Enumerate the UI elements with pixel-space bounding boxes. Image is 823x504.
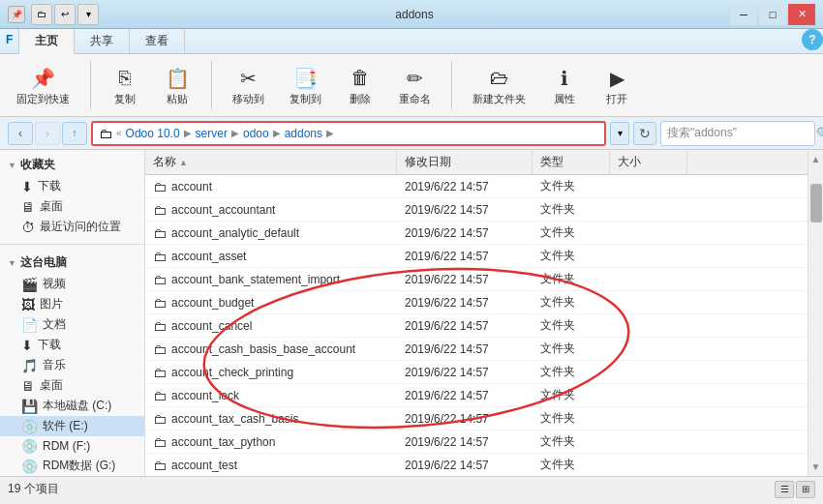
ribbon-tab-home[interactable]: 主页 — [19, 29, 75, 54]
file-type: 文件夹 — [533, 175, 610, 197]
file-name-cell: 🗀account_analytic_default — [145, 222, 397, 244]
move-to-btn[interactable]: ✂ 移动到 — [224, 60, 273, 111]
sidebar-item-docs[interactable]: 📄 文档 — [0, 314, 144, 335]
file-name-cell: 🗀account_tax_python — [145, 431, 397, 453]
file-name: account_analytic_default — [171, 226, 299, 240]
sidebar-item-downloads2[interactable]: ⬇ 下载 — [0, 335, 144, 355]
file-name-cell: 🗀account_lock — [145, 385, 397, 406]
col-header-type[interactable]: 类型 — [533, 150, 610, 174]
minimize-button[interactable]: ─ — [730, 4, 757, 25]
table-row[interactable]: 🗀account_test2019/6/22 14:57文件夹 — [145, 454, 808, 476]
path-odoo[interactable]: Odoo 10.0 — [126, 127, 180, 140]
rename-btn[interactable]: ✏ 重命名 — [390, 60, 440, 111]
sidebar-item-video[interactable]: 🎬 视频 — [0, 274, 144, 294]
sidebar-divider-1 — [0, 244, 144, 245]
path-odoo2[interactable]: odoo — [243, 127, 269, 140]
folder-icon: 🗀 — [153, 179, 167, 194]
table-row[interactable]: 🗀account_cash_basis_base_account2019/6/2… — [145, 338, 808, 361]
file-date: 2019/6/22 14:57 — [397, 340, 533, 359]
copy-to-btn[interactable]: 📑 复制到 — [281, 60, 330, 111]
path-server[interactable]: server — [196, 127, 228, 140]
pin-to-quickaccess-btn[interactable]: 📌 固定到快速 — [8, 60, 78, 111]
table-row[interactable]: 🗀account_tax_python2019/6/22 14:57文件夹 — [145, 430, 808, 454]
pin-icon: 📌 — [30, 65, 57, 92]
back-button[interactable]: ‹ — [8, 122, 33, 145]
quick-access-toolbar: 🗀 ↩ ▾ — [31, 4, 99, 25]
sidebar-header-favorites[interactable]: ▼ 收藏夹 — [0, 154, 144, 176]
path-addons[interactable]: addons — [285, 127, 322, 140]
paste-btn[interactable]: 📋 粘贴 — [155, 60, 199, 111]
table-row[interactable]: 🗀account2019/6/22 14:57文件夹 — [145, 175, 808, 198]
search-input[interactable] — [667, 127, 812, 140]
delete-label: 删除 — [350, 92, 371, 106]
sidebar-drivec-label: 本地磁盘 (C:) — [43, 398, 111, 414]
refresh-button[interactable]: ↻ — [633, 122, 656, 145]
nav-arrows: ‹ › ↑ — [8, 122, 87, 145]
sidebar-downloads2-label: 下载 — [38, 337, 61, 353]
delete-btn[interactable]: 🗑 删除 — [338, 60, 382, 111]
search-icon: 🔍 — [816, 127, 823, 140]
sidebar-item-pictures[interactable]: 🖼 图片 — [0, 294, 144, 314]
sidebar-item-drive-c[interactable]: 💾 本地磁盘 (C:) — [0, 396, 144, 416]
copy-btn[interactable]: ⎘ 复制 — [103, 60, 147, 111]
scrollbar-thumb[interactable] — [810, 184, 822, 222]
file-name-cell: 🗀account_bank_statement_import — [145, 269, 397, 290]
help-button[interactable]: ? — [802, 29, 823, 50]
close-button[interactable]: ✕ — [788, 4, 815, 25]
properties-btn[interactable]: ℹ 属性 — [542, 60, 587, 111]
qa-btn-1[interactable]: 🗀 — [31, 4, 52, 25]
table-row[interactable]: 🗀account_asset2019/6/22 14:57文件夹 — [145, 245, 808, 268]
col-header-size[interactable]: 大小 — [610, 150, 687, 174]
forward-button[interactable]: › — [35, 122, 60, 145]
col-header-name[interactable]: 名称 ▲ — [145, 150, 397, 174]
address-dropdown[interactable]: ▾ — [610, 122, 629, 145]
drive-icon: 💾 — [21, 399, 38, 414]
open-btn[interactable]: ▶ 打开 — [594, 60, 639, 111]
favorites-arrow: ▼ — [8, 161, 16, 170]
maximize-button[interactable]: □ — [759, 4, 786, 25]
table-row[interactable]: 🗀account_analytic_default2019/6/22 14:57… — [145, 222, 808, 245]
sidebar-item-desktop1[interactable]: 🖥 桌面 — [0, 196, 144, 217]
sidebar-driveg-label: RDM数据 (G:) — [43, 458, 115, 474]
table-row[interactable]: 🗀account_cancel2019/6/22 14:57文件夹 — [145, 314, 808, 338]
address-bar[interactable]: 🗀 « Odoo 10.0 ▶ server ▶ odoo ▶ addons ▶ — [91, 121, 606, 146]
details-view-btn[interactable]: ☰ — [775, 481, 794, 498]
table-row[interactable]: 🗀account_lock2019/6/22 14:57文件夹 — [145, 384, 808, 407]
file-date: 2019/6/22 14:57 — [397, 363, 533, 382]
folder-icon: 🗀 — [153, 225, 167, 241]
up-button[interactable]: ↑ — [62, 122, 87, 145]
table-row[interactable]: 🗀account_tax_cash_basis2019/6/22 14:57文件… — [145, 407, 808, 430]
sidebar-item-music[interactable]: 🎵 音乐 — [0, 355, 144, 375]
ribbon-tab-share[interactable]: 共享 — [75, 29, 130, 53]
sidebar-item-recent[interactable]: ⏱ 最近访问的位置 — [0, 217, 144, 237]
folder-icon: 🗀 — [153, 295, 167, 311]
col-header-date[interactable]: 修改日期 — [397, 150, 533, 174]
qa-btn-2[interactable]: ↩ — [54, 4, 76, 25]
sidebar-item-drive-e[interactable]: 💿 软件 (E:) — [0, 416, 144, 436]
sidebar-item-drive-g[interactable]: 💿 RDM数据 (G:) — [0, 456, 144, 476]
sidebar-item-drive-f[interactable]: 💿 RDM (F:) — [0, 436, 144, 456]
open-label: 打开 — [606, 92, 627, 106]
ribbon-tab-view[interactable]: 查看 — [130, 29, 185, 53]
file-name-cell: 🗀account_asset — [145, 246, 397, 267]
scrollbar[interactable]: ▲ ▼ — [808, 150, 823, 476]
tiles-view-btn[interactable]: ⊞ — [796, 481, 815, 498]
qa-btn-dropdown[interactable]: ▾ — [77, 4, 99, 25]
sidebar-item-downloads1[interactable]: ⬇ 下载 — [0, 176, 144, 196]
table-row[interactable]: 🗀account_check_printing2019/6/22 14:57文件… — [145, 361, 808, 384]
table-row[interactable]: 🗀account_bank_statement_import2019/6/22 … — [145, 268, 808, 291]
file-type: 文件夹 — [533, 407, 610, 430]
title-bar-left: 📌 🗀 ↩ ▾ — [8, 4, 99, 25]
file-list-header: 名称 ▲ 修改日期 类型 大小 — [145, 150, 808, 175]
table-row[interactable]: 🗀account_accountant2019/6/22 14:57文件夹 — [145, 198, 808, 222]
file-type: 文件夹 — [533, 314, 610, 337]
sidebar-header-thispc[interactable]: ▼ 这台电脑 — [0, 252, 144, 274]
file-size — [610, 184, 687, 190]
col-size-label: 大小 — [618, 154, 641, 170]
folder-icon: 🗀 — [153, 272, 167, 287]
new-folder-btn[interactable]: 🗁 新建文件夹 — [464, 60, 534, 111]
file-name-cell: 🗀account_test — [145, 455, 397, 476]
search-bar[interactable]: 🔍 — [660, 121, 815, 146]
sidebar-item-desktop2[interactable]: 🖥 桌面 — [0, 375, 144, 396]
table-row[interactable]: 🗀account_budget2019/6/22 14:57文件夹 — [145, 291, 808, 314]
